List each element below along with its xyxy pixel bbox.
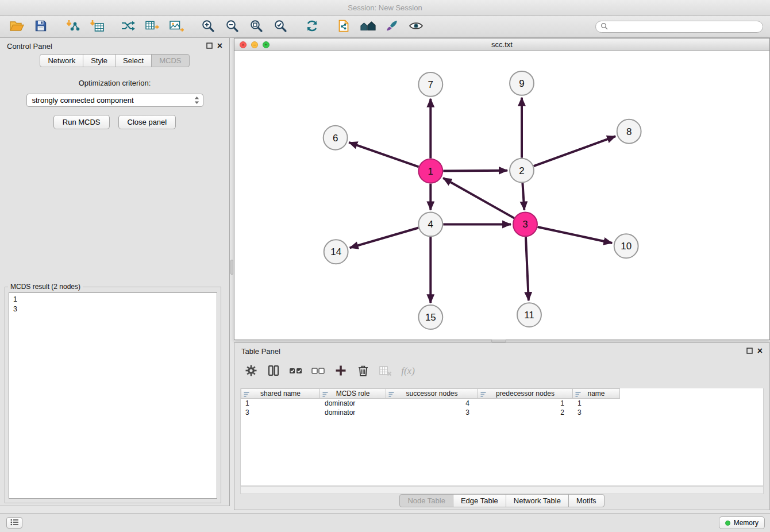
tab-select[interactable]: Select	[115, 54, 152, 67]
column-header-name[interactable]: name	[573, 388, 620, 399]
combo-arrows-icon	[194, 96, 199, 105]
table-settings-button[interactable]	[242, 363, 260, 379]
column-header-successor-nodes[interactable]: successor nodes	[386, 388, 478, 399]
table-panel-header: Table Panel ×	[234, 343, 769, 359]
search-input[interactable]	[611, 23, 758, 31]
table-panel-tabs: Node TableEdge TableNetwork TableMotifs	[234, 494, 769, 507]
table-body: 1dominator4113dominator323	[241, 399, 763, 417]
table-panel-title: Table Panel	[241, 347, 280, 356]
close-panel-icon[interactable]: ×	[217, 41, 222, 51]
graph-node-7[interactable]: 7	[418, 72, 442, 97]
float-panel-icon[interactable]	[746, 347, 753, 356]
deselect-all-rows-button[interactable]	[310, 363, 327, 379]
table-horizontal-scrollbar[interactable]	[240, 486, 764, 494]
eye-icon	[409, 19, 424, 34]
select-all-rows-button[interactable]	[287, 363, 305, 379]
apply-style-button[interactable]	[380, 17, 404, 37]
show-hide-button[interactable]	[404, 17, 428, 37]
graph-node-11[interactable]: 11	[517, 303, 541, 327]
column-header-shared-name[interactable]: shared name	[241, 388, 320, 399]
svg-text:1: 1	[428, 166, 433, 177]
graph-node-3[interactable]: 3	[513, 212, 537, 236]
zoom-in-button[interactable]	[196, 17, 220, 37]
home-layout-button[interactable]	[356, 17, 380, 37]
zoom-out-button[interactable]	[220, 17, 244, 37]
table-tab-network-table[interactable]: Network Table	[506, 494, 569, 507]
export-table-button[interactable]	[140, 17, 164, 37]
refresh-view-button[interactable]	[300, 17, 324, 37]
task-history-button[interactable]	[6, 517, 22, 529]
column-header-predecessor-nodes[interactable]: predecessor nodes	[478, 388, 573, 399]
delete-column-button[interactable]	[377, 363, 394, 379]
function-builder-button[interactable]: f(x)	[399, 363, 417, 379]
table-tab-edge-table[interactable]: Edge Table	[453, 494, 506, 507]
control-panel-tabs: NetworkStyleSelectMCDS	[0, 54, 229, 67]
close-panel-button[interactable]: Close panel	[118, 115, 176, 129]
open-session-button[interactable]	[5, 17, 29, 37]
graph-edge-2-8[interactable]	[534, 136, 616, 166]
graph-node-6[interactable]: 6	[324, 126, 348, 150]
close-panel-icon[interactable]: ×	[757, 346, 763, 356]
graph-node-4[interactable]: 4	[418, 212, 442, 236]
show-columns-button[interactable]	[265, 363, 282, 379]
add-column-button[interactable]	[332, 363, 349, 379]
tab-style[interactable]: Style	[83, 54, 116, 67]
import-network-button[interactable]	[60, 17, 84, 37]
graph-edge-4-14[interactable]	[350, 228, 419, 248]
copy-document-button[interactable]	[332, 17, 356, 37]
graph-node-15[interactable]: 15	[418, 305, 442, 329]
export-image-button[interactable]	[164, 17, 188, 37]
criterion-select[interactable]: strongly connected component	[26, 94, 203, 107]
table-cell: dominator	[320, 408, 386, 417]
window-titlebar: Session: New Session	[0, 0, 770, 16]
window-minimize-button[interactable]: −	[251, 41, 258, 48]
window-maximize-button[interactable]: +	[263, 41, 270, 48]
graph-node-8[interactable]: 8	[617, 119, 641, 144]
graph-edge-3-1[interactable]	[443, 178, 514, 218]
brush-icon	[385, 19, 399, 34]
graph-edge-3-11[interactable]	[526, 237, 529, 300]
graph-node-2[interactable]: 2	[510, 159, 534, 183]
graph-node-1[interactable]: 1	[418, 159, 442, 183]
main-toolbar	[0, 16, 770, 38]
zoom-fit-button[interactable]	[244, 17, 268, 37]
table-row[interactable]: 1dominator411	[241, 399, 763, 408]
graph-node-14[interactable]: 14	[324, 240, 348, 264]
network-window-titlebar: × − + scc.txt	[234, 38, 769, 51]
import-table-icon	[89, 19, 105, 34]
table-tab-motifs[interactable]: Motifs	[568, 494, 605, 507]
tab-mcds[interactable]: MCDS	[151, 54, 189, 67]
graph-edge-1-2[interactable]	[443, 171, 507, 171]
vertical-splitter-grip[interactable]	[230, 260, 233, 275]
control-panel: Control Panel × NetworkStyleSelectMCDS O…	[0, 38, 230, 506]
run-mcds-button[interactable]: Run MCDS	[53, 115, 110, 129]
tab-network[interactable]: Network	[40, 54, 83, 67]
zoom-selected-button[interactable]	[268, 17, 292, 37]
delete-rows-button[interactable]	[355, 363, 372, 379]
network-merge-button[interactable]	[116, 17, 140, 37]
memory-button[interactable]: Memory	[719, 516, 765, 529]
float-panel-icon[interactable]	[206, 42, 213, 51]
graph-edge-3-10[interactable]	[537, 227, 612, 243]
houses-icon	[360, 19, 376, 34]
window-title: Session: New Session	[348, 3, 422, 12]
columns-icon	[267, 364, 280, 379]
graph-edge-1-6[interactable]	[349, 142, 418, 167]
floppy-disk-icon	[34, 19, 48, 34]
mcds-result-list[interactable]: 13	[9, 292, 217, 499]
import-table-button[interactable]	[84, 17, 109, 37]
network-graph[interactable]: 7968124314101511	[234, 51, 769, 340]
save-session-button[interactable]	[29, 17, 53, 37]
trash-icon	[357, 364, 369, 379]
graph-node-9[interactable]: 9	[510, 71, 534, 95]
graph-node-10[interactable]: 10	[614, 234, 638, 258]
table-row[interactable]: 3dominator323	[241, 408, 763, 417]
graph-edge-2-3[interactable]	[522, 183, 524, 210]
network-canvas[interactable]: 7968124314101511	[234, 51, 769, 340]
window-close-button[interactable]: ×	[240, 41, 247, 48]
table-cell: 2	[478, 408, 573, 417]
checked-boxes-icon	[289, 365, 303, 378]
table-tab-node-table[interactable]: Node Table	[399, 494, 453, 507]
gear-icon	[245, 364, 257, 379]
column-header-mcds-role[interactable]: MCDS role	[320, 388, 386, 399]
